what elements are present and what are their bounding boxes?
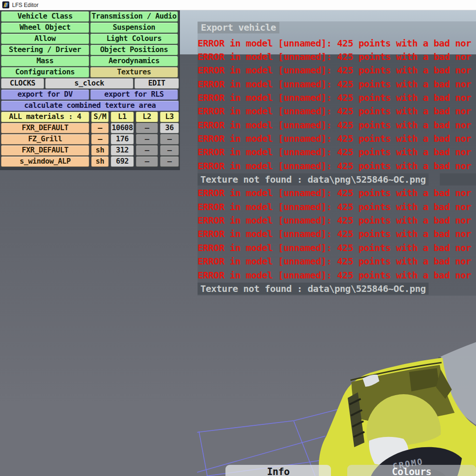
nav-button-object-positions[interactable]: Object Positions [90,45,178,55]
material-value-cell[interactable]: – [160,156,179,167]
car-grille-slats [350,399,364,437]
car-engine-bay [351,365,455,422]
sm-column-header[interactable]: S/M [91,112,109,122]
material-value-cell[interactable]: sh [91,145,109,156]
nav-row: ConfigurationsTextures [1,67,179,78]
material-value-cell[interactable]: 692 [111,156,134,167]
edit-button[interactable]: EDIT [134,78,179,89]
console-error-line: ERROR in model [unnamed]: 425 points wit… [198,145,476,159]
car-a-pillar [440,357,476,428]
console-error-line: ERROR in model [unnamed]: 425 points wit… [198,186,476,200]
car-cowl-line [350,363,442,380]
export-row: export for DV export for RLS [1,89,179,100]
console-texture-not-found-line: Texture not found : data\png\525846~OC.p… [198,282,476,295]
car-headlight-small [363,375,379,387]
material-name-cell[interactable]: FZ_Grill [1,134,89,145]
material-name-cell[interactable]: FXR_DEFAULT [1,123,89,133]
console-error-line: ERROR in model [unnamed]: 425 points wit… [198,36,476,50]
console-error-line: ERROR in model [unnamed]: 425 points wit… [198,91,476,104]
console-right-block [440,173,476,185]
material-value-cell[interactable]: 176 [111,134,134,145]
material-value-cell[interactable]: – [91,123,109,133]
console-error-line: ERROR in model [unnamed]: 425 points wit… [198,241,476,254]
material-value-cell[interactable]: – [91,134,109,145]
material-value-cell[interactable]: – [136,145,158,156]
car-interior-detail [436,370,452,399]
nav-button-transmission-audio[interactable]: Transmission / Audio [90,11,178,22]
car-strut-dome [366,394,441,445]
material-value-cell[interactable]: 10608 [111,123,134,133]
nav-button-wheel-object[interactable]: Wheel Object [1,22,89,33]
nav-button-suspension[interactable]: Suspension [90,22,178,33]
l1-column-header[interactable]: L1 [111,112,134,122]
nav-button-configurations[interactable]: Configurations [1,67,89,78]
all-materials-header[interactable]: ALL materials : 4 [1,112,89,122]
console-error-line: ERROR in model [unnamed]: 425 points wit… [198,268,476,282]
material-value-cell[interactable]: – [136,123,158,133]
material-row: FZ_Grill–176–– [1,134,179,145]
lfs-logo-icon [2,1,9,8]
nav-button-light-colours[interactable]: Light Colours [90,33,178,44]
console-error-line: ERROR in model [unnamed]: 425 points wit… [198,255,476,268]
console-log: Export vehicleERROR in model [unnamed]: … [198,22,476,296]
nav-row: MassAerodynamics [1,56,179,66]
car-interior-detail [409,368,439,391]
console-error-line: ERROR in model [unnamed]: 425 points wit… [198,77,476,91]
console-error-line: ERROR in model [unnamed]: 425 points wit… [198,227,476,241]
console-error-line: ERROR in model [unnamed]: 425 points wit… [198,64,476,77]
nav-row: AllowLight Colours [1,33,179,44]
materials-table: FXR_DEFAULT–10608–36FZ_Grill–176––FXR_DE… [1,123,179,167]
s-clock-button[interactable]: s_clock [45,78,133,89]
l3-column-header[interactable]: L3 [160,112,179,122]
car-headlight [369,437,409,465]
nav-button-mass[interactable]: Mass [1,56,89,66]
material-value-cell[interactable]: sh [91,156,109,167]
nav-button-grid: Vehicle ClassTransmission / AudioWheel O… [1,11,179,78]
material-value-cell[interactable]: 36 [160,123,179,133]
console-error-line: ERROR in model [unnamed]: 425 points wit… [198,132,476,145]
console-error-line: ERROR in model [unnamed]: 425 points wit… [198,50,476,63]
car-windshield [440,342,476,425]
console-error-line: ERROR in model [unnamed]: 425 points wit… [198,105,476,118]
console-error-line: ERROR in model [unnamed]: 425 points wit… [198,200,476,213]
console-error-line: ERROR in model [unnamed]: 425 points wit… [198,159,476,172]
material-name-cell[interactable]: FXR_DEFAULT [1,145,89,156]
window-title: LFS Editor [12,2,39,8]
clocks-row: CLOCKS s_clock EDIT [1,78,179,89]
materials-header-row: ALL materials : 4 S/M L1 L2 L3 [1,112,179,122]
info-tab-button[interactable]: Info [225,465,331,476]
material-value-cell[interactable]: – [136,156,158,167]
export-vehicle-title: Export vehicle [198,22,279,33]
calculate-texture-area-button[interactable]: calculate combined texture area [1,100,179,111]
editor-left-panel: Vehicle ClassTransmission / AudioWheel O… [0,10,180,170]
clocks-button[interactable]: CLOCKS [1,78,44,89]
nav-button-steering-driver[interactable]: Steering / Driver [1,45,89,55]
nav-row: Vehicle ClassTransmission / Audio [1,11,179,22]
material-value-cell[interactable]: – [160,145,179,156]
material-row: FXR_DEFAULTsh312–– [1,145,179,156]
nav-button-allow[interactable]: Allow [1,33,89,44]
export-for-rls-button[interactable]: export for RLS [90,89,178,100]
material-value-cell[interactable]: – [136,134,158,145]
l2-column-header[interactable]: L2 [136,112,158,122]
material-row: s_window_ALPsh692–– [1,156,179,167]
material-row: FXR_DEFAULT–10608–36 [1,123,179,133]
nav-button-aerodynamics[interactable]: Aerodynamics [90,56,178,66]
nav-row: Steering / DriverObject Positions [1,45,179,55]
console-texture-not-found-line: Texture not found : data\png\525846~OC.p… [198,172,476,186]
console-error-line: ERROR in model [unnamed]: 425 points wit… [198,213,476,227]
nav-button-vehicle-class[interactable]: Vehicle Class [1,11,89,22]
nav-button-textures[interactable]: Textures [90,67,178,78]
car-body [319,358,476,476]
nav-row: Wheel ObjectSuspension [1,22,179,33]
material-value-cell[interactable]: 312 [111,145,134,156]
console-error-line: ERROR in model [unnamed]: 425 points wit… [198,118,476,132]
car-grille [348,392,364,447]
material-name-cell[interactable]: s_window_ALP [1,156,89,167]
calc-row: calculate combined texture area [1,100,179,111]
colours-tab-button[interactable]: Colours [347,465,476,476]
export-for-dv-button[interactable]: export for DV [1,89,89,100]
material-value-cell[interactable]: – [160,134,179,145]
window-titlebar: LFS Editor [0,0,476,10]
